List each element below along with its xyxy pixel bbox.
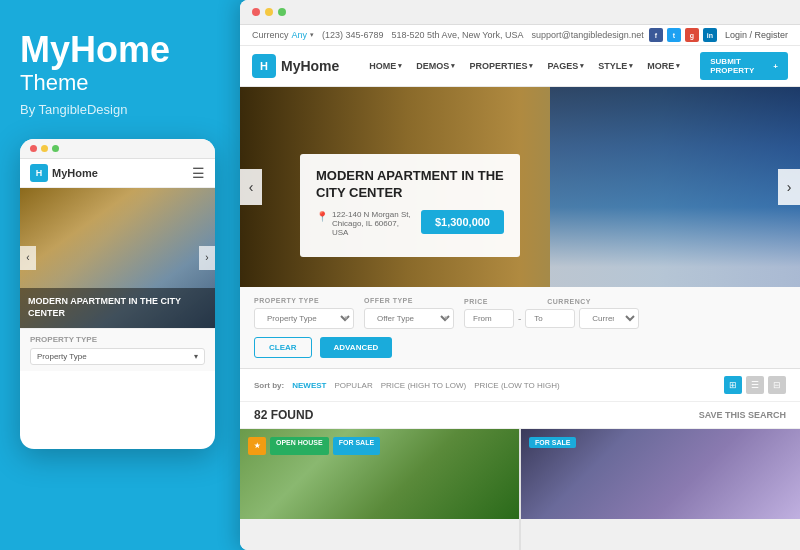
- nav-item-pages[interactable]: PAGES ▾: [547, 61, 584, 71]
- hero-address-line1: 122-140 N Morgan St,: [332, 210, 417, 219]
- mobile-dot-green: [52, 145, 59, 152]
- mobile-logo-area: H MyHome: [30, 164, 98, 182]
- property-type-wrapper: Property Type: [254, 307, 354, 329]
- site-logo-letter: H: [260, 60, 268, 72]
- twitter-icon[interactable]: t: [667, 28, 681, 42]
- nav-home-arrow: ▾: [398, 62, 402, 70]
- price-to-input[interactable]: [525, 309, 575, 328]
- mobile-mockup: H MyHome ☰ ‹ › MODERN APARTMENT IN THE C…: [20, 139, 215, 449]
- mobile-logo-text: MyHome: [52, 167, 98, 179]
- mobile-prop-label: PROPERTY TYPE: [30, 335, 205, 344]
- nav-item-style[interactable]: STYLE ▾: [598, 61, 633, 71]
- property-type-label: PROPERTY TYPE: [254, 297, 354, 304]
- sort-price-high-low[interactable]: PRICE (HIGH TO LOW): [381, 381, 467, 390]
- advanced-button[interactable]: ADVANCED: [320, 337, 393, 358]
- mobile-prop-select[interactable]: Property Type ▾: [30, 348, 205, 365]
- mobile-next-button[interactable]: ›: [199, 246, 215, 270]
- offer-type-wrapper: Offer Type: [364, 307, 454, 329]
- browser-chrome: [240, 0, 800, 25]
- browser-mockup: Currency Any ▾ (123) 345-6789 518-520 5t…: [240, 0, 800, 550]
- mobile-hero: ‹ › MODERN APARTMENT IN THE CITY CENTER: [20, 188, 215, 328]
- star-badge: ★: [248, 437, 266, 455]
- nav-properties-label: PROPERTIES: [469, 61, 527, 71]
- offer-type-field: OFFER TYPE Offer Type: [364, 297, 454, 329]
- mobile-hero-overlay: MODERN APARTMENT IN THE CITY CENTER: [20, 288, 215, 327]
- grid-view-icon[interactable]: ⊞: [724, 376, 742, 394]
- nav-home-label: HOME: [369, 61, 396, 71]
- search-bar: PROPERTY TYPE Property Type OFFER TYPE O…: [240, 287, 800, 369]
- topbar-login[interactable]: Login / Register: [725, 30, 788, 40]
- nav-item-demos[interactable]: DEMOS ▾: [416, 61, 455, 71]
- list-view-icon[interactable]: ☰: [746, 376, 764, 394]
- site-logo-text: MyHome: [281, 58, 339, 74]
- topbar-right: f t g in Login / Register: [649, 28, 788, 42]
- hero-prev-button[interactable]: ‹: [240, 169, 262, 205]
- currency-value[interactable]: Any: [292, 30, 308, 40]
- view-icons: ⊞ ☰ ⊟: [724, 376, 786, 394]
- mobile-prop-arrow: ▾: [194, 352, 198, 361]
- site-logo-area: H MyHome: [252, 54, 339, 78]
- brand-by: By TangibleDesign: [20, 102, 127, 117]
- mobile-dot-red: [30, 145, 37, 152]
- mobile-top-bar: [20, 139, 215, 159]
- property-cards: ★ OPEN HOUSE FOR SALE FOR SALE: [240, 429, 800, 550]
- topbar-social: f t g in: [649, 28, 717, 42]
- property-type-select[interactable]: Property Type: [254, 308, 354, 329]
- mobile-dot-yellow: [41, 145, 48, 152]
- sort-popular[interactable]: POPULAR: [334, 381, 372, 390]
- offer-type-select[interactable]: Offer Type: [364, 308, 454, 329]
- nav-demos-label: DEMOS: [416, 61, 449, 71]
- nav-more-arrow: ▾: [676, 62, 680, 70]
- currency-select[interactable]: Currency: [579, 308, 639, 329]
- card-badge-1: ★ OPEN HOUSE FOR SALE: [248, 437, 380, 455]
- topbar-left: Currency Any ▾ (123) 345-6789 518-520 5t…: [252, 30, 644, 40]
- results-count-bar: 82 FOUND SAVE THIS SEARCH: [240, 402, 800, 429]
- topbar-currency: Currency Any ▾: [252, 30, 314, 40]
- search-fields: PROPERTY TYPE Property Type OFFER TYPE O…: [254, 297, 786, 329]
- price-field: PRICE Currency - Currency: [464, 298, 639, 329]
- currency-label: Currency: [252, 30, 289, 40]
- for-sale-badge-1: FOR SALE: [333, 437, 380, 455]
- topbar-email: support@tangibledesign.net: [532, 30, 644, 40]
- property-card-1[interactable]: ★ OPEN HOUSE FOR SALE: [240, 429, 519, 519]
- mobile-logo-icon-letter: H: [36, 168, 43, 178]
- brand-title: MyHome: [20, 30, 170, 70]
- clear-button[interactable]: CLEAR: [254, 337, 312, 358]
- sort-price-low-high[interactable]: PRICE (LOW TO HIGH): [474, 381, 560, 390]
- save-search-button[interactable]: SAVE THIS SEARCH: [699, 410, 786, 420]
- hero-address-line2: Chicago, IL 60607, USA: [332, 219, 417, 237]
- mobile-hamburger-icon[interactable]: ☰: [192, 165, 205, 181]
- sort-newest[interactable]: NEWEST: [292, 381, 326, 390]
- nav-item-properties[interactable]: PROPERTIES ▾: [469, 61, 533, 71]
- hero-content: MODERN APARTMENT IN THE CITY CENTER 📍 12…: [300, 154, 520, 257]
- hero-city-bg: [550, 87, 800, 287]
- offer-type-label: OFFER TYPE: [364, 297, 454, 304]
- topbar-address: 518-520 5th Ave, New York, USA: [392, 30, 524, 40]
- hero-next-button[interactable]: ›: [778, 169, 800, 205]
- open-house-badge: OPEN HOUSE: [270, 437, 329, 455]
- hero-price[interactable]: $1,300,000: [421, 210, 504, 234]
- property-card-2[interactable]: FOR SALE: [521, 429, 800, 519]
- mobile-prev-button[interactable]: ‹: [20, 246, 36, 270]
- linkedin-icon[interactable]: in: [703, 28, 717, 42]
- nav-item-more[interactable]: MORE ▾: [647, 61, 680, 71]
- browser-dot-red: [252, 8, 260, 16]
- price-range: - Currency: [464, 308, 639, 329]
- nav-style-label: STYLE: [598, 61, 627, 71]
- map-view-icon[interactable]: ⊟: [768, 376, 786, 394]
- nav-item-home[interactable]: HOME ▾: [369, 61, 402, 71]
- submit-property-button[interactable]: SUBMIT PROPERTY +: [700, 52, 788, 80]
- left-panel: MyHome Theme By TangibleDesign H MyHome …: [0, 0, 240, 550]
- mobile-logo-icon: H: [30, 164, 48, 182]
- mobile-prop-type-section: PROPERTY TYPE Property Type ▾: [20, 328, 215, 371]
- results-sort: Sort by: NEWEST POPULAR PRICE (HIGH TO L…: [254, 381, 560, 390]
- results-count: 82 FOUND: [254, 408, 313, 422]
- googleplus-icon[interactable]: g: [685, 28, 699, 42]
- facebook-icon[interactable]: f: [649, 28, 663, 42]
- mobile-hero-title: MODERN APARTMENT IN THE CITY CENTER: [28, 296, 207, 319]
- nav-properties-arrow: ▾: [529, 62, 533, 70]
- price-from-input[interactable]: [464, 309, 514, 328]
- hero-title: MODERN APARTMENT IN THE CITY CENTER: [316, 168, 504, 202]
- price-dash: -: [518, 313, 521, 324]
- hero-section: ‹ › MODERN APARTMENT IN THE CITY CENTER …: [240, 87, 800, 287]
